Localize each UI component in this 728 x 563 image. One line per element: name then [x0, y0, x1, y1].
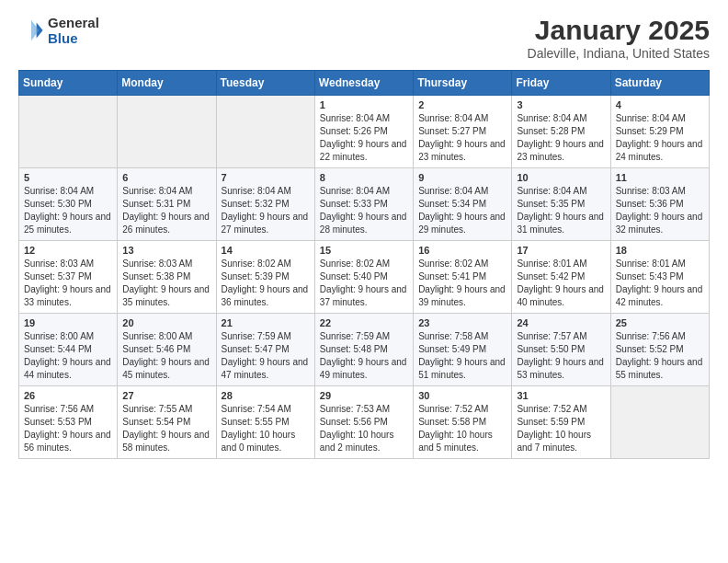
- logo-icon: [18, 17, 44, 43]
- day-number: 30: [418, 390, 506, 401]
- day-info: Sunrise: 7:52 AM Sunset: 5:58 PM Dayligh…: [418, 403, 506, 454]
- week-row-3: 12Sunrise: 8:03 AM Sunset: 5:37 PM Dayli…: [19, 241, 710, 314]
- day-number: 31: [517, 390, 605, 401]
- day-number: 23: [418, 317, 506, 328]
- col-header-tuesday: Tuesday: [216, 71, 314, 96]
- week-row-4: 19Sunrise: 8:00 AM Sunset: 5:44 PM Dayli…: [19, 314, 710, 386]
- calendar-cell: 23Sunrise: 7:58 AM Sunset: 5:49 PM Dayli…: [414, 314, 512, 386]
- day-info: Sunrise: 8:02 AM Sunset: 5:41 PM Dayligh…: [418, 258, 506, 309]
- calendar-cell: 3Sunrise: 8:04 AM Sunset: 5:28 PM Daylig…: [512, 96, 610, 168]
- calendar-cell: 17Sunrise: 8:01 AM Sunset: 5:42 PM Dayli…: [512, 241, 610, 314]
- day-number: 10: [517, 172, 605, 183]
- calendar-title: January 2025: [528, 15, 710, 46]
- day-number: 4: [616, 99, 704, 110]
- day-number: 3: [517, 99, 605, 110]
- calendar-cell: 20Sunrise: 8:00 AM Sunset: 5:46 PM Dayli…: [118, 314, 216, 386]
- day-info: Sunrise: 8:04 AM Sunset: 5:26 PM Dayligh…: [320, 112, 408, 164]
- day-info: Sunrise: 8:04 AM Sunset: 5:31 PM Dayligh…: [122, 185, 210, 236]
- svg-marker-1: [31, 20, 39, 40]
- calendar-table: SundayMondayTuesdayWednesdayThursdayFrid…: [18, 70, 710, 459]
- calendar-cell: 28Sunrise: 7:54 AM Sunset: 5:55 PM Dayli…: [216, 386, 314, 459]
- day-number: 26: [24, 390, 112, 401]
- day-number: 1: [320, 99, 408, 110]
- day-number: 2: [418, 99, 506, 110]
- col-header-monday: Monday: [118, 71, 216, 96]
- header: General Blue January 2025 Daleville, Ind…: [18, 15, 710, 61]
- calendar-cell: 29Sunrise: 7:53 AM Sunset: 5:56 PM Dayli…: [314, 386, 413, 459]
- calendar-cell: 13Sunrise: 8:03 AM Sunset: 5:38 PM Dayli…: [118, 241, 216, 314]
- calendar-cell: 15Sunrise: 8:02 AM Sunset: 5:40 PM Dayli…: [314, 241, 413, 314]
- calendar-cell: [118, 96, 216, 168]
- calendar-cell: 22Sunrise: 7:59 AM Sunset: 5:48 PM Dayli…: [314, 314, 413, 386]
- calendar-cell: 12Sunrise: 8:03 AM Sunset: 5:37 PM Dayli…: [19, 241, 118, 314]
- calendar-cell: 26Sunrise: 7:56 AM Sunset: 5:53 PM Dayli…: [19, 386, 118, 459]
- week-row-1: 1Sunrise: 8:04 AM Sunset: 5:26 PM Daylig…: [19, 96, 710, 168]
- day-info: Sunrise: 8:02 AM Sunset: 5:40 PM Dayligh…: [320, 258, 408, 309]
- col-header-thursday: Thursday: [414, 71, 512, 96]
- title-block: January 2025 Daleville, Indiana, United …: [528, 15, 710, 61]
- day-info: Sunrise: 8:04 AM Sunset: 5:32 PM Dayligh…: [222, 185, 310, 236]
- col-header-wednesday: Wednesday: [314, 71, 413, 96]
- calendar-cell: 24Sunrise: 7:57 AM Sunset: 5:50 PM Dayli…: [512, 314, 610, 386]
- logo-text: General Blue: [48, 15, 99, 47]
- day-number: 17: [517, 245, 605, 256]
- day-info: Sunrise: 8:04 AM Sunset: 5:30 PM Dayligh…: [24, 185, 112, 236]
- calendar-cell: [610, 386, 709, 459]
- day-number: 13: [122, 245, 210, 256]
- day-number: 20: [122, 317, 210, 328]
- week-row-5: 26Sunrise: 7:56 AM Sunset: 5:53 PM Dayli…: [19, 386, 710, 459]
- day-info: Sunrise: 8:01 AM Sunset: 5:43 PM Dayligh…: [616, 258, 704, 309]
- day-info: Sunrise: 8:04 AM Sunset: 5:33 PM Dayligh…: [320, 185, 408, 236]
- logo: General Blue: [18, 15, 99, 47]
- col-header-sunday: Sunday: [19, 71, 118, 96]
- day-number: 14: [222, 245, 310, 256]
- calendar-cell: 7Sunrise: 8:04 AM Sunset: 5:32 PM Daylig…: [216, 168, 314, 241]
- calendar-cell: 8Sunrise: 8:04 AM Sunset: 5:33 PM Daylig…: [314, 168, 413, 241]
- day-info: Sunrise: 8:04 AM Sunset: 5:27 PM Dayligh…: [418, 112, 506, 164]
- calendar-cell: [19, 96, 118, 168]
- calendar-cell: 6Sunrise: 8:04 AM Sunset: 5:31 PM Daylig…: [118, 168, 216, 241]
- day-info: Sunrise: 8:04 AM Sunset: 5:28 PM Dayligh…: [517, 112, 605, 164]
- day-info: Sunrise: 7:59 AM Sunset: 5:47 PM Dayligh…: [222, 330, 310, 382]
- day-number: 27: [122, 390, 210, 401]
- calendar-cell: 2Sunrise: 8:04 AM Sunset: 5:27 PM Daylig…: [414, 96, 512, 168]
- day-info: Sunrise: 8:01 AM Sunset: 5:42 PM Dayligh…: [517, 258, 605, 309]
- day-number: 15: [320, 245, 408, 256]
- day-number: 6: [122, 172, 210, 183]
- calendar-cell: [216, 96, 314, 168]
- day-info: Sunrise: 7:59 AM Sunset: 5:48 PM Dayligh…: [320, 330, 408, 382]
- calendar-cell: 9Sunrise: 8:04 AM Sunset: 5:34 PM Daylig…: [414, 168, 512, 241]
- calendar-cell: 25Sunrise: 7:56 AM Sunset: 5:52 PM Dayli…: [610, 314, 709, 386]
- col-header-saturday: Saturday: [610, 71, 709, 96]
- calendar-cell: 19Sunrise: 8:00 AM Sunset: 5:44 PM Dayli…: [19, 314, 118, 386]
- day-info: Sunrise: 8:04 AM Sunset: 5:29 PM Dayligh…: [616, 112, 704, 164]
- day-number: 19: [24, 317, 112, 328]
- day-number: 5: [24, 172, 112, 183]
- day-info: Sunrise: 7:55 AM Sunset: 5:54 PM Dayligh…: [122, 403, 210, 454]
- day-number: 28: [222, 390, 310, 401]
- day-number: 7: [222, 172, 310, 183]
- day-info: Sunrise: 7:53 AM Sunset: 5:56 PM Dayligh…: [320, 403, 408, 454]
- day-info: Sunrise: 8:03 AM Sunset: 5:36 PM Dayligh…: [616, 185, 704, 236]
- day-number: 18: [616, 245, 704, 256]
- day-info: Sunrise: 8:03 AM Sunset: 5:38 PM Dayligh…: [122, 258, 210, 309]
- day-info: Sunrise: 8:00 AM Sunset: 5:46 PM Dayligh…: [122, 330, 210, 382]
- day-info: Sunrise: 8:00 AM Sunset: 5:44 PM Dayligh…: [24, 330, 112, 382]
- calendar-cell: 31Sunrise: 7:52 AM Sunset: 5:59 PM Dayli…: [512, 386, 610, 459]
- day-info: Sunrise: 7:57 AM Sunset: 5:50 PM Dayligh…: [517, 330, 605, 382]
- day-info: Sunrise: 7:56 AM Sunset: 5:52 PM Dayligh…: [616, 330, 704, 382]
- calendar-cell: 4Sunrise: 8:04 AM Sunset: 5:29 PM Daylig…: [610, 96, 709, 168]
- col-header-friday: Friday: [512, 71, 610, 96]
- logo-blue: Blue: [48, 30, 78, 46]
- calendar-cell: 18Sunrise: 8:01 AM Sunset: 5:43 PM Dayli…: [610, 241, 709, 314]
- day-info: Sunrise: 7:54 AM Sunset: 5:55 PM Dayligh…: [222, 403, 310, 454]
- day-number: 16: [418, 245, 506, 256]
- calendar-cell: 16Sunrise: 8:02 AM Sunset: 5:41 PM Dayli…: [414, 241, 512, 314]
- calendar-cell: 30Sunrise: 7:52 AM Sunset: 5:58 PM Dayli…: [414, 386, 512, 459]
- day-info: Sunrise: 8:03 AM Sunset: 5:37 PM Dayligh…: [24, 258, 112, 309]
- day-number: 24: [517, 317, 605, 328]
- calendar-cell: 5Sunrise: 8:04 AM Sunset: 5:30 PM Daylig…: [19, 168, 118, 241]
- day-info: Sunrise: 8:04 AM Sunset: 5:35 PM Dayligh…: [517, 185, 605, 236]
- calendar-cell: 11Sunrise: 8:03 AM Sunset: 5:36 PM Dayli…: [610, 168, 709, 241]
- calendar-header-row: SundayMondayTuesdayWednesdayThursdayFrid…: [19, 71, 710, 96]
